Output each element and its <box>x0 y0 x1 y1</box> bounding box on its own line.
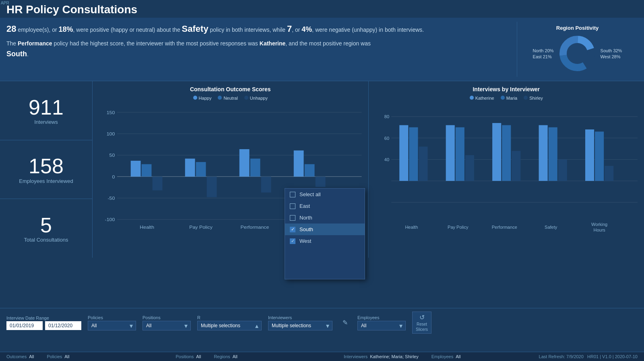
int-bar <box>558 160 567 181</box>
status-outcomes: Outcomes All <box>6 354 34 359</box>
reset-label2: Slicers <box>416 327 428 332</box>
dropdown-east[interactable]: East <box>285 200 365 212</box>
int-bar <box>512 151 520 181</box>
employees-sublabel: APR <box>1 1 9 5</box>
status-positions-val: All <box>196 354 201 359</box>
int-bar <box>548 127 557 181</box>
svg-text:0: 0 <box>112 174 115 180</box>
legend-maria: Maria <box>501 96 518 101</box>
regions-select[interactable]: Multiple selections <box>197 321 262 330</box>
checkbox-select-all[interactable] <box>290 192 295 197</box>
positions-label: Positions <box>142 315 191 320</box>
status-employees-val: All <box>456 354 460 359</box>
checkbox-west[interactable]: ✓ <box>290 238 295 244</box>
employees-label: Employees <box>357 315 406 320</box>
bar <box>294 150 304 176</box>
summary-pct1: 18% <box>59 25 73 33</box>
legend-shirley: Shirley <box>524 96 543 101</box>
edit-icon[interactable]: ✎ <box>343 319 348 326</box>
regions-label: R <box>197 315 262 320</box>
bar <box>305 164 315 176</box>
status-policies-val: All <box>64 354 69 359</box>
dropdown-south[interactable]: ✓ South <box>285 224 365 235</box>
refresh-text: Last Refresh: 7/9/2020 <box>539 354 584 359</box>
interviews-label: Interviews <box>34 119 58 125</box>
filter-positions: Positions All <box>142 315 191 330</box>
interviewer-legend: Katherine Maria Shirley <box>375 96 638 101</box>
interviewer-chart-title: Interviews by Interviewer <box>375 86 638 92</box>
filter-date-range: Interview Date Range <box>6 316 81 330</box>
date-end-input[interactable] <box>45 321 81 330</box>
dropdown-select-all[interactable]: Select all <box>285 189 365 200</box>
int-bar <box>539 125 547 181</box>
bar <box>316 176 326 187</box>
bar <box>131 161 141 176</box>
bar <box>207 176 217 197</box>
summary-t8: , and the most positive region was <box>285 40 371 47</box>
int-bar <box>595 131 604 181</box>
svg-text:-50: -50 <box>107 195 115 201</box>
interviewer-chart-panel: Interviews by Interviewer Katherine Mari… <box>369 81 644 258</box>
positions-select-wrapper[interactable]: All <box>142 321 191 330</box>
region-north: North 20% <box>533 48 554 53</box>
header: HR Policy Consultations <box>0 0 644 18</box>
summary-t6: The <box>6 40 18 47</box>
legend-unhappy: Unhappy <box>244 96 268 101</box>
svg-text:Working: Working <box>591 222 607 227</box>
interviewer-chart-area: 80 60 40 Health Pay Policy Performance <box>375 104 638 232</box>
summary-t7: policy had the highest score, the interv… <box>52 40 260 47</box>
svg-text:60: 60 <box>384 135 389 140</box>
date-start-input[interactable] <box>6 321 43 330</box>
summary-t3: policy in both interviews, while <box>208 27 287 33</box>
interviews-number: 911 <box>29 96 64 119</box>
bar <box>250 159 260 177</box>
employees-select[interactable]: All <box>357 321 406 330</box>
summary-num2: 7 <box>287 24 292 34</box>
summary-t1: employee(s), or <box>16 27 58 33</box>
dropdown-empty <box>285 247 365 279</box>
donut-labels-right: South 32% West 28% <box>601 47 622 60</box>
donut-chart <box>557 33 597 74</box>
interviewer-svg: 80 60 40 Health Pay Policy Performance <box>375 104 638 232</box>
interviewers-select-wrapper[interactable]: Multiple selections <box>268 321 332 330</box>
regions-dropdown[interactable]: Select all East North ✓ South ✓ West <box>285 188 365 279</box>
int-bar <box>446 125 454 181</box>
policies-select-wrapper[interactable]: All <box>88 321 136 330</box>
svg-text:-100: -100 <box>105 217 115 223</box>
svg-text:Health: Health <box>140 225 154 230</box>
stats-panel: APR 911 Interviews APR 158 Employees Int… <box>0 81 93 258</box>
status-regions: Regions All <box>214 354 237 359</box>
summary-interviewer: Katherine <box>260 40 286 47</box>
checkbox-south[interactable]: ✓ <box>290 227 295 232</box>
dropdown-north[interactable]: North <box>285 212 365 224</box>
summary-t2: , were positive (happy or neutral) about… <box>73 27 182 33</box>
summary-t5: , were negative (unhappy) in both interv… <box>312 27 424 33</box>
svg-text:100: 100 <box>107 131 115 137</box>
checkbox-north[interactable] <box>290 215 295 221</box>
checkbox-east[interactable] <box>290 203 295 209</box>
filter-employees: Employees All <box>357 315 406 330</box>
svg-text:40: 40 <box>384 157 389 162</box>
svg-text:Health: Health <box>405 225 418 230</box>
regions-select-wrapper[interactable]: Multiple selections <box>197 321 262 330</box>
dropdown-label-south: South <box>299 226 313 232</box>
summary-pct2: 4% <box>301 25 312 33</box>
reset-slicers-button[interactable]: ↺ Reset Slicers <box>412 312 431 334</box>
filter-regions: R Multiple selections <box>197 315 262 330</box>
dropdown-west[interactable]: ✓ West <box>285 235 365 247</box>
employees-select-wrapper[interactable]: All <box>357 321 406 330</box>
region-east: East 21% <box>533 54 554 59</box>
page-title: HR Policy Consultations <box>6 3 638 16</box>
int-bar <box>409 127 418 181</box>
summary-bar: 28 employee(s), or 18%, were positive (h… <box>0 18 644 81</box>
interviewers-select[interactable]: Multiple selections <box>268 321 332 330</box>
employees-label: Employees Interviewed <box>19 178 73 184</box>
dropdown-label-north: North <box>299 215 312 221</box>
svg-text:Pay Policy: Pay Policy <box>448 225 469 230</box>
status-regions-val: All <box>233 354 237 359</box>
version-text: HR01 | V1.0 | 2020-07-10 <box>587 354 638 359</box>
outcome-legend: Happy Neutral Unhappy <box>99 96 362 101</box>
svg-text:150: 150 <box>107 110 115 115</box>
positions-select[interactable]: All <box>142 321 191 330</box>
policies-select[interactable]: All <box>88 321 136 330</box>
